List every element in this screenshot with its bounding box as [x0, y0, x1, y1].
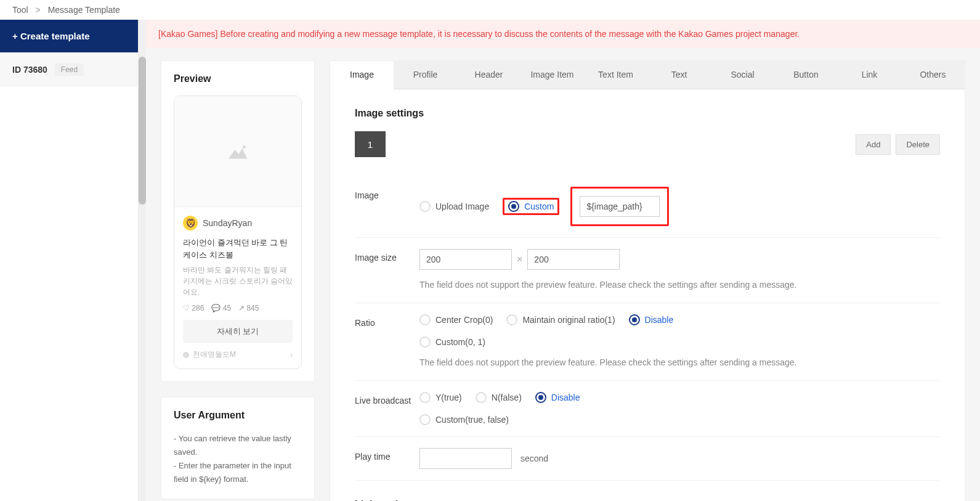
breadcrumb: Tool > Message Template	[0, 0, 980, 20]
image-size-note: The field does not support the preview f…	[419, 279, 940, 291]
ratio-label: Ratio	[355, 314, 419, 328]
radio-ratio-custom[interactable]: Custom(0, 1)	[419, 336, 485, 348]
image-placeholder-icon	[229, 144, 247, 159]
breadcrumb-item[interactable]: Message Template	[48, 5, 120, 15]
radio-icon	[419, 414, 431, 425]
radio-icon	[476, 392, 487, 403]
radio-icon	[419, 314, 431, 325]
radio-live-disable[interactable]: Disable	[535, 392, 580, 403]
tab-profile[interactable]: Profile	[394, 61, 457, 89]
share-count: ↗ 845	[238, 304, 259, 312]
image-height-input[interactable]	[527, 249, 620, 270]
chevron-right-icon: ›	[290, 351, 293, 359]
image-size-label: Image size	[355, 249, 419, 263]
delete-button[interactable]: Delete	[896, 134, 940, 155]
play-time-label: Play time	[355, 448, 419, 462]
live-broadcast-row: Live broadcast Y(true)	[355, 381, 940, 437]
preview-headline: 라이언이 즐겨먹던 바로 그 틴케이스 치즈볼	[183, 237, 293, 261]
image-path-input[interactable]	[580, 196, 660, 217]
live-broadcast-label: Live broadcast	[355, 392, 419, 405]
image-width-input[interactable]	[419, 249, 512, 270]
tab-social[interactable]: Social	[711, 61, 774, 89]
radio-ratio-disable[interactable]: Disable	[629, 314, 674, 325]
like-count: ♡ 286	[183, 304, 204, 312]
image-index-tab[interactable]: 1	[355, 131, 386, 157]
settings-panel: Image Profile Header Image Item Text Ite…	[330, 60, 965, 501]
play-time-unit: second	[520, 454, 548, 463]
tab-text-item[interactable]: Text Item	[584, 61, 647, 89]
play-time-input[interactable]	[419, 448, 512, 469]
template-type-badge: Feed	[55, 63, 84, 76]
tab-others[interactable]: Others	[901, 61, 965, 89]
tab-button[interactable]: Button	[774, 61, 838, 89]
play-time-row: Play time second	[355, 437, 940, 481]
highlight-image-input	[570, 187, 669, 226]
add-button[interactable]: Add	[856, 134, 891, 155]
image-size-row: Image size × The field does not support …	[355, 238, 940, 303]
tab-link[interactable]: Link	[838, 61, 901, 89]
footer-dot-icon	[183, 352, 189, 358]
main-content: [Kakao Games] Before creating and modify…	[146, 20, 980, 501]
user-argument-title: User Argument	[174, 410, 302, 421]
preview-card: 🦁 SundayRyan 라이언이 즐겨먹던 바로 그 틴케이스 치즈볼 바라만…	[174, 96, 302, 369]
image-settings-title: Image settings	[355, 108, 940, 119]
scrollbar-track[interactable]	[139, 20, 146, 501]
breadcrumb-sep: >	[36, 5, 41, 15]
profile-row: 🦁 SundayRyan	[183, 216, 293, 230]
user-argument-panel: User Argument - You can retrieve the val…	[161, 397, 315, 499]
radio-live-yes[interactable]: Y(true)	[419, 392, 462, 403]
radio-custom-image[interactable]: Custom	[508, 201, 554, 212]
radio-live-no[interactable]: N(false)	[476, 392, 522, 403]
radio-icon	[506, 314, 517, 325]
preview-title: Preview	[174, 73, 302, 84]
tab-text[interactable]: Text	[647, 61, 711, 89]
radio-icon	[419, 392, 431, 403]
radio-icon	[419, 201, 431, 212]
highlight-custom-radio: Custom	[503, 198, 559, 215]
template-id: ID 73680	[12, 65, 47, 75]
breadcrumb-item[interactable]: Tool	[12, 5, 28, 15]
preview-panel: Preview 🦁 SundayRyan 라이언이 즐겨먹던 바로 그 틴케이스…	[161, 60, 315, 382]
user-argument-text: - You can retrieve the value lastly save…	[174, 432, 302, 486]
radio-icon	[419, 336, 431, 348]
scrollbar-thumb[interactable]	[139, 57, 146, 205]
ratio-note: The field does not support the preview f…	[419, 356, 940, 369]
preview-image-placeholder	[174, 96, 301, 207]
tabs: Image Profile Header Image Item Text Ite…	[330, 61, 965, 89]
image-row: Image Upload Image Custo	[355, 176, 940, 238]
radio-maintain-ratio[interactable]: Maintain original ratio(1)	[506, 314, 615, 325]
footer-app-name: 천애명월도M	[193, 349, 236, 360]
create-template-button[interactable]: + Create template	[0, 20, 138, 52]
avatar: 🦁	[183, 216, 198, 230]
multiply-icon: ×	[517, 254, 522, 265]
preview-footer[interactable]: 천애명월도M ›	[183, 349, 293, 360]
tab-header[interactable]: Header	[457, 61, 520, 89]
radio-upload-image[interactable]: Upload Image	[419, 201, 489, 212]
radio-live-custom[interactable]: Custom(true, false)	[419, 414, 509, 425]
template-list-item[interactable]: ID 73680 Feed	[0, 52, 138, 87]
tab-image[interactable]: Image	[330, 61, 394, 89]
radio-center-crop[interactable]: Center Crop(0)	[419, 314, 493, 325]
social-stats: ♡ 286 💬 45 ↗ 845	[183, 304, 293, 312]
warning-banner: [Kakao Games] Before creating and modify…	[146, 20, 980, 48]
sidebar: + Create template ID 73680 Feed	[0, 20, 139, 501]
tab-image-item[interactable]: Image Item	[520, 61, 584, 89]
username: SundayRyan	[203, 218, 252, 228]
image-label: Image	[355, 187, 419, 200]
comment-count: 💬 45	[211, 304, 231, 312]
radio-icon	[508, 201, 519, 212]
detail-button[interactable]: 자세히 보기	[183, 320, 293, 343]
preview-description: 바라만 봐도 즐거워지는 힐링 패키지에는 시크릿 스토리가 숨어있어요.	[183, 264, 293, 298]
ratio-row: Ratio Center Crop(0)	[355, 303, 940, 381]
radio-icon	[535, 392, 546, 403]
radio-icon	[629, 314, 640, 325]
